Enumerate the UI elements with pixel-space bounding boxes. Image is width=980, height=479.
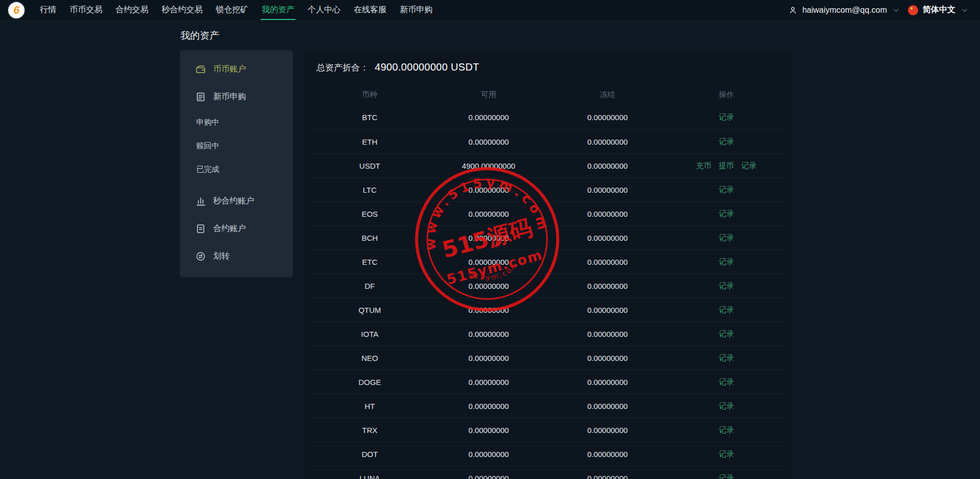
sidebar-subitem-4[interactable]: 赎回中 <box>180 134 293 157</box>
records-link[interactable]: 记录 <box>719 305 734 315</box>
records-link[interactable]: 记录 <box>719 425 734 435</box>
column-header: 币种 <box>310 90 429 100</box>
nav-item-9[interactable]: 新币申购 <box>399 0 434 20</box>
table-row: LTC0.000000000.00000000记录 <box>310 177 786 201</box>
assets-panel: 总资产折合： 4900.00000000 USDT 币种可用冻结操作 BTC0.… <box>303 50 793 479</box>
records-link[interactable]: 记录 <box>719 233 734 243</box>
coin-name: DOT <box>310 450 429 459</box>
frozen-balance: 0.00000000 <box>548 330 667 338</box>
records-link[interactable]: 记录 <box>719 257 734 267</box>
coin-name: TRX <box>310 426 429 435</box>
total-assets: 总资产折合： 4900.00000000 USDT <box>310 58 786 84</box>
nav-item-8[interactable]: 在线客服 <box>353 0 388 20</box>
frozen-balance: 0.00000000 <box>548 426 667 435</box>
nav-item-6[interactable]: 我的资产 <box>261 0 295 20</box>
row-actions: 记录 <box>667 233 786 243</box>
records-link[interactable]: 记录 <box>719 137 734 147</box>
frozen-balance: 0.00000000 <box>548 306 667 314</box>
sidebar-item-6[interactable]: 秒合约账户 <box>180 187 293 215</box>
records-link[interactable]: 记录 <box>719 377 734 387</box>
table-row: IOTA0.000000000.00000000记录 <box>310 322 786 346</box>
nav-item-1[interactable]: 行情 <box>39 0 57 20</box>
main-nav: 行情币币交易合约交易秒合约交易锁仓挖矿我的资产个人中心在线客服新币申购 <box>39 0 445 20</box>
sidebar-item-1[interactable]: 币币账户 <box>180 55 293 83</box>
logo[interactable]: 6 <box>7 1 26 19</box>
records-link[interactable]: 记录 <box>719 353 734 363</box>
nav-item-4[interactable]: 秒合约交易 <box>161 0 203 20</box>
logo-icon: 6 <box>13 5 19 16</box>
records-link[interactable]: 记录 <box>719 209 734 219</box>
chevron-down-icon[interactable] <box>894 7 899 12</box>
records-link[interactable]: 记录 <box>719 329 734 339</box>
sidebar-item-8[interactable]: 划转 <box>180 242 293 270</box>
coin-name: ETC <box>310 258 429 266</box>
frozen-balance: 0.00000000 <box>548 450 667 459</box>
frozen-balance: 0.00000000 <box>548 138 667 146</box>
row-actions: 记录 <box>667 257 786 267</box>
sidebar-subitem-5[interactable]: 已完成 <box>180 157 293 181</box>
row-actions: 充币提币记录 <box>667 161 786 171</box>
row-actions: 记录 <box>667 209 786 219</box>
nav-item-2[interactable]: 币币交易 <box>69 0 103 20</box>
chevron-down-icon[interactable] <box>962 7 967 12</box>
available-balance: 0.00000000 <box>429 378 549 386</box>
total-assets-value: 4900.00000000 USDT <box>375 61 479 73</box>
row-actions: 记录 <box>667 305 786 315</box>
sidebar-item-label: 合约账户 <box>213 223 246 234</box>
records-link[interactable]: 记录 <box>741 161 757 171</box>
records-link[interactable]: 记录 <box>719 401 734 411</box>
language-selector[interactable]: 简体中文 <box>923 5 955 15</box>
row-actions: 记录 <box>667 425 786 435</box>
frozen-balance: 0.00000000 <box>548 378 667 386</box>
records-link[interactable]: 记录 <box>719 281 734 291</box>
frozen-balance: 0.00000000 <box>548 234 667 242</box>
sidebar: 币币账户新币申购申购中赎回中已完成秒合约账户合约账户划转 <box>180 50 293 277</box>
sidebar-item-label: 秒合约账户 <box>213 196 254 207</box>
records-link[interactable]: 记录 <box>719 112 734 122</box>
records-link[interactable]: 记录 <box>719 473 734 479</box>
top-nav: 6 行情币币交易合约交易秒合约交易锁仓挖矿我的资产个人中心在线客服新币申购 ha… <box>0 0 980 20</box>
coin-name: HT <box>310 402 429 410</box>
frozen-balance: 0.00000000 <box>548 186 667 194</box>
coin-name: LUNA <box>310 474 429 479</box>
coin-name: ETH <box>310 138 429 146</box>
sidebar-item-label: 新币申购 <box>213 92 246 102</box>
transfer-icon <box>195 251 206 262</box>
row-actions: 记录 <box>667 329 786 339</box>
records-link[interactable]: 记录 <box>719 449 734 459</box>
wallet-icon <box>195 64 206 75</box>
available-balance: 0.00000000 <box>429 113 549 122</box>
nav-item-3[interactable]: 合约交易 <box>115 0 149 20</box>
sidebar-item-label: 币币账户 <box>213 64 246 75</box>
sidebar-item-2[interactable]: 新币申购 <box>180 83 293 110</box>
table-row: NEO0.000000000.00000000记录 <box>310 346 786 370</box>
sidebar-subitem-3[interactable]: 申购中 <box>180 110 293 134</box>
table-row: TRX0.000000000.00000000记录 <box>310 418 786 442</box>
available-balance: 0.00000000 <box>429 186 549 194</box>
frozen-balance: 0.00000000 <box>548 210 667 218</box>
nav-item-7[interactable]: 个人中心 <box>307 0 341 20</box>
sidebar-item-label: 划转 <box>213 251 230 262</box>
table-row: DF0.000000000.00000000记录 <box>310 273 786 298</box>
language-flag-icon[interactable] <box>908 5 918 15</box>
nav-right: haiwaiymcom@qq.com 简体中文 <box>788 0 968 20</box>
row-actions: 记录 <box>667 449 786 459</box>
nav-item-5[interactable]: 锁仓挖矿 <box>215 0 249 20</box>
assets-table-header: 币种可用冻结操作 <box>310 84 786 105</box>
deposit-link[interactable]: 充币 <box>696 161 712 171</box>
row-actions: 记录 <box>667 185 786 195</box>
row-actions: 记录 <box>667 112 786 122</box>
records-link[interactable]: 记录 <box>719 185 734 195</box>
user-email[interactable]: haiwaiymcom@qq.com <box>802 6 887 15</box>
available-balance: 0.00000000 <box>429 306 549 314</box>
available-balance: 0.00000000 <box>429 234 549 242</box>
sidebar-item-7[interactable]: 合约账户 <box>180 215 293 242</box>
coin-name: QTUM <box>310 306 429 314</box>
frozen-balance: 0.00000000 <box>548 282 667 290</box>
available-balance: 0.00000000 <box>429 450 549 459</box>
withdraw-link[interactable]: 提币 <box>719 161 734 171</box>
doc-lines-icon <box>195 92 206 102</box>
table-row: QTUM0.000000000.00000000记录 <box>310 298 786 322</box>
row-actions: 记录 <box>667 353 786 363</box>
coin-name: LTC <box>310 186 429 194</box>
